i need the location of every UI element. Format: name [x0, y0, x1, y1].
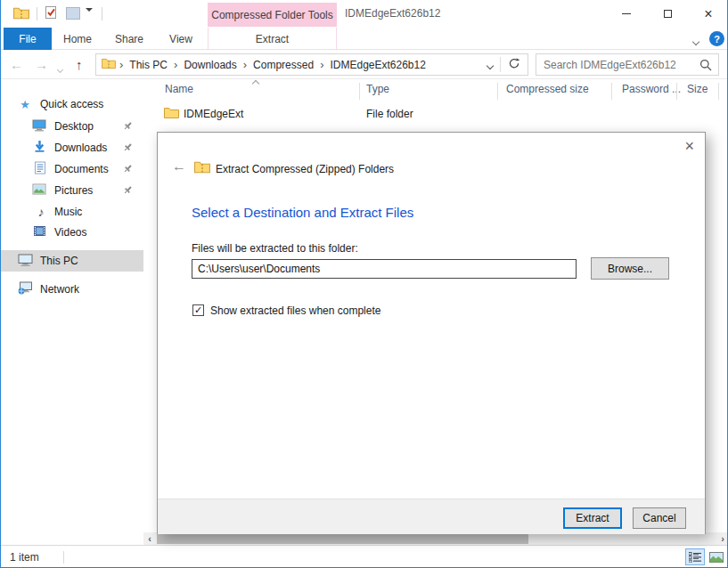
tab-extract[interactable]: Extract [208, 28, 337, 50]
qat-separator [37, 7, 37, 20]
sidebar-item-quick-access[interactable]: ★ Quick access [1, 93, 143, 115]
window-title: IDMEdgeExt626b12 [345, 0, 440, 28]
maximize-button[interactable] [647, 0, 688, 28]
hscroll-thumb[interactable] [157, 533, 528, 544]
hscroll-left-icon[interactable]: ‹ [143, 532, 156, 545]
breadcrumb-compressed[interactable]: Compressed [247, 59, 320, 71]
documents-icon [32, 161, 48, 177]
folder-icon [164, 107, 179, 119]
help-icon[interactable]: ? [709, 31, 724, 46]
extract-button[interactable]: Extract [563, 507, 622, 529]
sidebar-item-label: Videos [54, 226, 86, 239]
zip-folder-window-icon[interactable] [13, 6, 29, 23]
tab-share-label: Share [115, 33, 143, 45]
pin-icon [123, 121, 133, 134]
sidebar-item-label: Quick access [40, 98, 103, 110]
properties-check-icon[interactable] [44, 5, 58, 23]
sidebar-item-documents[interactable]: Documents [1, 158, 143, 180]
new-folder-icon[interactable] [66, 7, 80, 20]
title-bar: Compressed Folder Tools IDMEdgeExt626b12… [1, 0, 727, 28]
details-view-icon [689, 552, 701, 563]
column-header-password[interactable]: Password ... [622, 83, 681, 95]
search-icon[interactable] [699, 59, 712, 74]
pin-icon [123, 164, 133, 176]
sidebar-item-network[interactable]: Network [1, 279, 143, 300]
sidebar-item-label: Downloads [54, 142, 107, 154]
dialog-title: Extract Compressed (Zipped) Folders [216, 163, 394, 175]
search-input[interactable] [544, 55, 695, 74]
browse-button[interactable]: Browse... [591, 257, 669, 280]
network-icon [17, 281, 33, 297]
tab-extract-label: Extract [256, 33, 289, 45]
tab-view-label: View [169, 33, 192, 45]
tab-file[interactable]: File [4, 28, 52, 50]
breadcrumb-downloads[interactable]: Downloads [177, 59, 242, 71]
details-view-button[interactable] [685, 548, 705, 565]
address-bar: ← → ↑ › This PC › Downloads › Compressed… [1, 50, 727, 79]
horizontal-scrollbar[interactable]: ‹ › [143, 532, 728, 545]
quick-access-icon: ★ [17, 98, 33, 111]
ribbon-tab-row: File Home Share View Extract ? [1, 28, 727, 50]
tab-view[interactable]: View [155, 28, 207, 50]
breadcrumb-current-folder[interactable]: IDMEdgeExt626b12 [323, 59, 431, 71]
refresh-icon[interactable] [508, 57, 520, 72]
breadcrumb-this-pc[interactable]: This PC [123, 59, 174, 71]
back-icon[interactable]: ← [10, 50, 23, 79]
table-row[interactable]: IDMEdgeExt File folder [143, 104, 728, 124]
music-icon: ♪ [33, 205, 49, 219]
cancel-button[interactable]: Cancel [633, 507, 686, 529]
address-divider [500, 57, 501, 72]
forward-icon[interactable]: → [35, 50, 48, 79]
column-header-type[interactable]: Type [366, 83, 389, 95]
column-header-name[interactable]: Name [165, 83, 193, 95]
recent-locations-icon[interactable] [58, 62, 62, 75]
qat-separator [102, 7, 102, 20]
column-resize-handle[interactable] [497, 83, 498, 100]
extract-dialog: × ← Extract Compressed (Zipped) Folders … [157, 132, 706, 534]
zip-folder-icon [102, 58, 116, 72]
destination-path-input[interactable] [192, 259, 577, 279]
close-button[interactable]: × [688, 0, 728, 28]
tab-home-label: Home [63, 33, 92, 45]
column-header-size[interactable]: Size [687, 83, 708, 95]
column-header-compressed-size[interactable]: Compressed size [506, 83, 589, 95]
dialog-back-icon[interactable]: ← [172, 158, 186, 174]
sidebar-item-desktop[interactable]: Desktop [1, 116, 143, 137]
contextual-tab-header[interactable]: Compressed Folder Tools [208, 3, 337, 27]
status-divider [63, 551, 64, 564]
videos-icon [31, 225, 47, 239]
search-box [536, 53, 719, 76]
thumbnails-view-button[interactable] [707, 548, 726, 565]
dialog-close-icon[interactable]: × [684, 137, 694, 156]
hscroll-right-icon[interactable]: › [716, 532, 728, 545]
tab-home[interactable]: Home [52, 28, 103, 50]
sidebar-item-this-pc[interactable]: This PC [1, 250, 143, 272]
dialog-heading: Select a Destination and Extract Files [192, 205, 413, 220]
column-resize-handle[interactable] [611, 83, 612, 100]
zip-folder-icon [194, 160, 210, 177]
column-resize-handle[interactable] [359, 83, 360, 100]
sidebar-item-music[interactable]: ♪ Music [1, 201, 143, 223]
ribbon-collapse-icon[interactable] [693, 35, 699, 47]
tab-share[interactable]: Share [103, 28, 155, 50]
destination-label: Files will be extracted to this folder: [192, 242, 358, 255]
contextual-tab-label: Compressed Folder Tools [211, 9, 333, 21]
up-icon[interactable]: ↑ [76, 50, 83, 79]
column-resize-handle[interactable] [718, 83, 719, 100]
minimize-button[interactable] [606, 0, 647, 28]
sidebar-item-label: Desktop [54, 120, 94, 133]
address-dropdown-icon[interactable] [487, 59, 493, 71]
item-count: 1 item [10, 551, 39, 564]
qat-dropdown-icon[interactable] [86, 12, 94, 24]
desktop-icon [31, 119, 47, 134]
this-pc-icon [17, 254, 33, 269]
pin-icon [123, 185, 133, 198]
address-breadcrumb-box[interactable]: › This PC › Downloads › Compressed › IDM… [95, 53, 528, 76]
sidebar-item-pictures[interactable]: Pictures [1, 180, 143, 201]
sidebar-item-videos[interactable]: Videos [1, 222, 143, 243]
tab-file-label: File [19, 33, 36, 45]
thumbnails-view-icon [709, 552, 724, 563]
sidebar-item-downloads[interactable]: Downloads [1, 137, 143, 158]
show-extracted-checkbox[interactable]: ✓ [192, 304, 204, 316]
column-resize-handle[interactable] [676, 83, 677, 100]
